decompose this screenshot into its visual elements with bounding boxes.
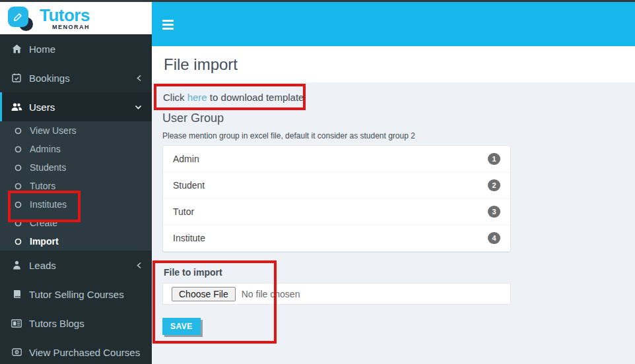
download-note-prefix: Click [163,92,187,103]
user-group-hint: Please mention group in excel file, defa… [162,131,415,140]
person-icon [10,260,23,270]
subitem-label: Import [30,236,59,247]
book-icon [10,289,23,299]
sidebar-subitem-view-users[interactable]: View Users [0,121,152,140]
sidebar-subitem-import[interactable]: Import [0,232,152,251]
circle-icon [13,146,22,153]
content-header: File import [152,46,635,82]
sidebar-item-tutor-selling-courses[interactable]: Tutor Selling Courses [0,280,152,309]
page-title: File import [164,55,238,74]
logo-title: Tutors [40,7,90,24]
download-template-link[interactable]: here [187,92,207,103]
sidebar-item-bookings[interactable]: Bookings [0,63,152,92]
sidebar-item-label: Tutor Selling Courses [29,289,124,300]
sidebar-item-leads[interactable]: Leads [0,251,152,280]
top-navbar [152,2,635,46]
sidebar-item-label: Leads [29,260,56,271]
money-icon [10,348,23,356]
chevron-left-icon [136,262,142,269]
calendar-icon [10,73,23,82]
sidebar-item-tutors-blogs[interactable]: Tutors Blogs [0,309,152,338]
no-file-chosen-text: No file chosen [242,289,300,299]
circle-icon [13,127,22,135]
user-group-list: Admin 1 Student 2 Tutor 3 Institute 4 [162,145,511,252]
sidebar-subitem-institutes[interactable]: Institutes [0,195,152,214]
hamburger-icon[interactable] [162,13,191,36]
home-icon [10,44,23,53]
circle-icon [13,201,22,208]
sidebar-item-view-purchased-courses[interactable]: View Purchased Courses [0,338,152,364]
sidebar-subitem-tutors[interactable]: Tutors [0,177,152,195]
chevron-down-icon [135,104,142,110]
group-label: Admin [173,154,199,164]
window-top-edge [0,0,635,2]
save-button[interactable]: SAVE [162,318,201,335]
logo-subtitle: MENORAH [52,24,90,30]
list-item-tutor: Tutor 3 [163,198,510,225]
sidebar-item-home[interactable]: Home [0,34,152,63]
sidebar-subitem-students[interactable]: Students [0,158,152,177]
sidebar: Home Bookings Users View Users Admins S [0,34,152,364]
chevron-left-icon [136,75,142,82]
sidebar-item-label: View Purchased Courses [29,347,140,358]
group-label: Student [173,180,205,191]
newspaper-icon [10,319,23,328]
users-icon [10,102,23,111]
file-to-import-label: File to import [164,267,222,278]
app-logo[interactable]: Tutors MENORAH [0,2,152,34]
sidebar-item-label: Users [29,102,55,113]
subitem-label: View Users [30,125,77,136]
list-item-student: Student 2 [163,172,510,198]
subitem-label: Create [30,218,57,228]
group-label: Tutor [173,206,194,217]
pencil-icon [8,7,28,27]
group-badge: 2 [488,179,500,191]
group-badge: 3 [488,206,500,218]
annotation-box-download-template: Click here to download template [154,84,306,110]
users-submenu: View Users Admins Students Tutors Instit… [0,121,152,251]
circle-icon [13,220,22,227]
user-group-title: User Group [162,111,224,125]
circle-icon [13,183,22,190]
sidebar-item-label: Home [29,44,55,55]
logo-art [8,5,34,32]
subitem-label: Students [30,162,66,173]
circle-icon [13,238,22,245]
sidebar-item-label: Bookings [29,73,70,84]
subitem-label: Admins [30,144,61,154]
subitem-label: Institutes [30,199,67,210]
main-content: Click here to download template User Gro… [152,82,635,364]
group-badge: 4 [488,232,500,244]
subitem-label: Tutors [30,181,55,191]
sidebar-subitem-create[interactable]: Create [0,214,152,232]
group-badge: 1 [488,153,500,165]
sidebar-item-users[interactable]: Users [0,92,152,121]
list-item-institute: Institute 4 [163,225,510,251]
download-note-suffix: to download template [207,92,304,103]
list-item-admin: Admin 1 [163,146,510,172]
circle-icon [13,164,22,171]
group-label: Institute [173,233,205,243]
choose-file-button[interactable]: Choose File [172,287,236,301]
sidebar-subitem-admins[interactable]: Admins [0,140,152,158]
sidebar-item-label: Tutors Blogs [29,318,84,329]
file-input[interactable]: Choose File No file chosen [162,283,511,305]
